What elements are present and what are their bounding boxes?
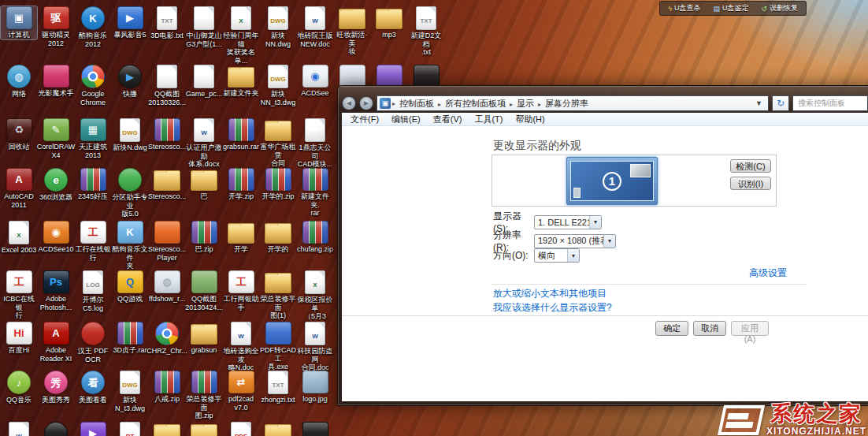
back-button[interactable]: ◄ — [342, 96, 356, 110]
desktop-icon[interactable]: 荣总装修平面 图.zip — [186, 371, 222, 420]
desktop-icon[interactable]: 驱驱动精灵 2012 — [38, 6, 74, 47]
desktop-icon[interactable] — [186, 422, 222, 436]
monitor-1[interactable]: 1 — [566, 157, 658, 205]
breadcrumb-item[interactable]: 控制面板 — [395, 99, 438, 108]
desktop-icon[interactable]: 工ICBC在线银 行 — [1, 270, 37, 320]
advanced-settings-link[interactable]: 高级设置 — [749, 266, 787, 280]
desktop-icon[interactable]: 开学的 — [260, 221, 296, 254]
address-bar[interactable]: ▣ ▸ 控制面板▸所有控制面板项▸显示▸屏幕分辨率 ▼ — [377, 95, 769, 111]
desktop-icon[interactable]: 秀美图秀秀 — [38, 371, 74, 404]
resolution-select[interactable]: 1920 × 1080 (推荐)▾ — [534, 234, 616, 248]
desktop-icon[interactable]: DWG新块 NN_t3.dwg — [260, 65, 296, 106]
desktop-icon[interactable]: X经验门周年猫 奖获奖名单... — [223, 6, 259, 65]
desktop-icon[interactable]: 1鼎志天公司 CAD模块... — [297, 118, 333, 169]
usb-scan-button[interactable]: ϟU盘查杀 — [668, 3, 700, 13]
detect-button[interactable]: 检测(C) — [730, 159, 771, 173]
desktop-icon[interactable]: 巴.zip — [186, 221, 222, 254]
desktop-icon[interactable]: Stereosco... — [149, 118, 185, 151]
usb-verify-button[interactable]: ▤U盘鉴定 — [713, 3, 748, 13]
desktop-icon[interactable]: 开学.zip — [223, 168, 259, 201]
breadcrumb-item[interactable]: 屏幕分辨率 — [541, 99, 592, 108]
desktop-icon[interactable] — [149, 422, 185, 436]
desktop-icon[interactable]: logo.jpg — [297, 371, 333, 404]
desktop-icon[interactable]: XExcel 2003 — [1, 221, 37, 255]
forward-button[interactable]: ► — [359, 96, 373, 110]
breadcrumb-item[interactable]: 显示 — [513, 99, 538, 108]
desktop-icon[interactable]: Stereosco... — [149, 168, 185, 201]
desktop-icon[interactable]: 3D贞子.rar — [112, 322, 148, 355]
desktop-icon[interactable]: Hi百度Hi — [1, 322, 37, 355]
window-titlebar[interactable] — [342, 86, 868, 95]
desktop-icon[interactable]: 荣总装修平面 图(1) — [260, 270, 296, 320]
desktop-icon[interactable]: PDF转CAD工 具.exe — [260, 322, 296, 371]
cancel-button[interactable]: 取消 — [693, 321, 726, 336]
menu-item[interactable]: 工具(T) — [469, 114, 508, 125]
help-link[interactable]: 我应该选择什么显示器设置? — [493, 301, 612, 315]
desktop-icon[interactable] — [38, 422, 74, 436]
desktop-icon[interactable]: 2345好压 — [75, 168, 111, 201]
desktop-icon[interactable]: ▶快播 — [112, 65, 148, 99]
desktop-icon[interactable]: QQQ游戏 — [112, 270, 148, 304]
desktop-icon[interactable]: DWG新块NN.dwg — [260, 6, 296, 48]
desktop-icon[interactable]: 工工行网银助手 — [223, 270, 259, 311]
desktop-icon[interactable]: AAutoCAD 2011 — [1, 168, 37, 209]
desktop-icon[interactable]: TXT3D电影.txt — [149, 6, 185, 40]
desktop-icon[interactable]: DWG新块N.dwg — [112, 118, 148, 152]
identify-button[interactable]: 识别(I) — [730, 177, 771, 190]
desktop-icon[interactable]: W — [1, 422, 37, 436]
desktop-icon[interactable]: chufang.zip — [297, 221, 333, 254]
desktop-icon[interactable]: 旺妆新活·美 妆 — [334, 6, 370, 56]
desktop-icon[interactable]: ▶暴风影音5 — [112, 6, 148, 39]
desktop-icon[interactable]: 八戒.zip — [149, 371, 185, 404]
desktop-icon[interactable]: W科技园防盗网 合同.doc — [297, 322, 333, 372]
desktop-icon[interactable]: CHRZ_Chr... — [149, 322, 185, 356]
menu-item[interactable]: 帮助(H) — [510, 114, 550, 125]
desktop-icon[interactable]: ♪QQ音乐 — [1, 371, 37, 404]
desktop-icon[interactable]: AAdobe Reader XI — [38, 322, 74, 363]
menu-item[interactable]: 查看(V) — [428, 114, 468, 125]
desktop-icon[interactable]: 开学 — [223, 221, 259, 254]
desktop-icon[interactable]: TXTzhongzi.txt — [260, 371, 296, 404]
desktop-icon[interactable]: Stereosco... Player — [149, 221, 185, 262]
desktop-icon[interactable]: W认证用户激励 体系.docx — [186, 118, 222, 169]
desktop-icon[interactable]: K酷狗音乐 2012 — [75, 6, 111, 48]
chevron-down-icon[interactable]: ▼ — [752, 99, 766, 107]
undelete-restore-button[interactable]: ↺误删恢复 — [761, 3, 798, 13]
desktop-icon[interactable]: Google Chrome — [75, 65, 111, 106]
desktop-icon[interactable]: 光影魔术手 — [38, 65, 74, 98]
desktop-icon[interactable]: QQ截图 20130424... — [186, 270, 222, 311]
desktop-icon[interactable]: ◍ffdshow_r... — [149, 270, 185, 304]
desktop-icon[interactable]: 巴 — [186, 168, 222, 201]
desktop-icon[interactable]: ♻回收站 — [1, 118, 37, 151]
desktop-icon[interactable]: PsAdobe Photosh... — [38, 270, 74, 311]
search-box[interactable]: 搜索控制面板 — [792, 95, 868, 111]
desktop-icon[interactable]: mp3 — [371, 6, 407, 39]
desktop-icon[interactable]: 富华广场租赁 合同 — [260, 118, 296, 168]
desktop-icon[interactable]: 新建文件夹 — [223, 65, 259, 98]
desktop-icon[interactable]: ▶ — [75, 422, 111, 436]
menu-item[interactable]: 编辑(E) — [386, 114, 426, 125]
desktop-icon[interactable] — [297, 422, 333, 436]
desktop-icon[interactable]: PDF — [223, 422, 259, 436]
desktop-icon[interactable]: ◉ACDSee10 — [38, 221, 74, 254]
desktop-icon[interactable]: 看美图看看 — [75, 371, 111, 404]
menu-item[interactable]: 文件(F) — [345, 114, 384, 125]
desktop-icon[interactable]: 分区助手专业 版5.0 — [112, 168, 148, 218]
ok-button[interactable]: 确定 — [655, 321, 688, 336]
desktop-icon[interactable]: ◉ACDSee — [297, 65, 333, 98]
desktop-icon[interactable]: DWG新块 N_t3.dwg — [112, 371, 148, 412]
desktop-icon[interactable]: QQ截图 20130326... — [149, 65, 185, 106]
refresh-button[interactable]: ↻ — [772, 95, 789, 111]
desktop-icon[interactable]: TXT新建D2文档 .txt — [408, 6, 444, 57]
desktop-icon[interactable]: grabsun — [186, 322, 222, 355]
desktop-icon[interactable]: 开学的.zip — [260, 168, 296, 201]
desktop-icon[interactable]: X保税区报价单 （5月3日）... — [297, 270, 333, 329]
desktop-icon[interactable]: grabsun.rar — [223, 118, 259, 151]
desktop-icon[interactable]: ◍网络 — [1, 65, 37, 99]
desktop-icon[interactable]: Game_pc... — [186, 65, 222, 99]
help-link[interactable]: 放大或缩小文本和其他项目 — [493, 287, 606, 300]
desktop-icon[interactable]: W地砖选购全攻 略N.doc — [223, 322, 259, 372]
desktop-icon[interactable]: LOG开博尔 C5.log — [75, 270, 111, 312]
desktop-icon[interactable]: 工工行在线银行 — [75, 221, 111, 262]
desktop-icon[interactable]: 中山御龙山 G3户型(1... — [186, 6, 222, 48]
